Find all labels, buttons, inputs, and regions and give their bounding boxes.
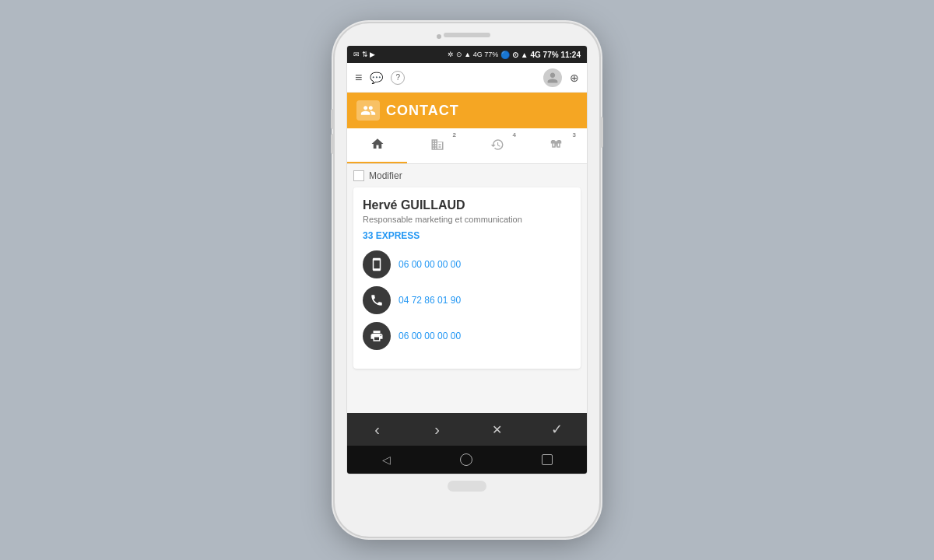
modifier-row: Modifier xyxy=(353,170,581,181)
phone-icon-circle[interactable] xyxy=(363,286,391,314)
bottom-action-bar: ‹ › ✕ ✓ xyxy=(347,413,587,446)
chat-icon[interactable]: 💬 xyxy=(370,72,383,84)
phone-screen: ✉ ⇅ ▶ ✲ ⊙ ▲ 4G 77% 🔵 ⊙ ▲ 4G 77% 11:24 ≡ … xyxy=(346,45,588,474)
modifier-checkbox[interactable] xyxy=(353,170,364,181)
phone-shell: ✉ ⇅ ▶ ✲ ⊙ ▲ 4G 77% 🔵 ⊙ ▲ 4G 77% 11:24 ≡ … xyxy=(335,23,599,537)
menu-icon[interactable]: ≡ xyxy=(355,71,362,85)
contact-phone-row-0: 06 00 00 00 00 xyxy=(363,250,571,278)
nav-recent-button[interactable] xyxy=(542,454,553,465)
handshake-icon xyxy=(550,138,564,155)
contact-job-title: Responsable marketing et communication xyxy=(363,215,571,224)
main-content: Modifier Hervé GUILLAUD Responsable mark… xyxy=(347,164,587,413)
contact-phone-row-2: 06 00 00 00 00 xyxy=(363,322,571,350)
app-bar-left: ≡ 💬 ? xyxy=(355,71,405,85)
avatar xyxy=(543,68,562,87)
status-bar-right: ✲ ⊙ ▲ 4G 77% 🔵 ⊙ ▲ 4G 77% 11:24 xyxy=(448,51,581,59)
status-bar: ✉ ⇅ ▶ ✲ ⊙ ▲ 4G 77% 🔵 ⊙ ▲ 4G 77% 11:24 xyxy=(347,46,587,63)
fax-icon-circle[interactable] xyxy=(363,322,391,350)
tab-bar: 2 4 3 xyxy=(347,128,587,164)
contact-header-icon xyxy=(356,100,380,121)
mobile-icon-circle[interactable] xyxy=(363,250,391,278)
add-user-icon[interactable]: ⊕ xyxy=(570,72,579,84)
back-button[interactable]: ‹ xyxy=(365,417,390,442)
contact-name: Hervé GUILLAUD xyxy=(363,198,571,212)
tab-history[interactable]: 4 xyxy=(467,128,527,163)
android-nav-bar: ◁ xyxy=(347,446,587,474)
contact-card: Hervé GUILLAUD Responsable marketing et … xyxy=(353,187,581,369)
power-button[interactable] xyxy=(600,117,603,148)
phone-number-0[interactable]: 06 00 00 00 00 xyxy=(399,259,461,270)
contact-last-name: GUILLAUD xyxy=(401,198,465,212)
tab-history-badge: 4 xyxy=(513,131,516,138)
phone-number-2[interactable]: 06 00 00 00 00 xyxy=(399,331,461,341)
status-icons: ✲ ⊙ ▲ 4G 77% xyxy=(448,51,498,58)
modifier-label: Modifier xyxy=(369,170,402,181)
contact-first-name: Hervé xyxy=(363,198,401,212)
app-bar: ≡ 💬 ? ⊕ xyxy=(347,63,587,93)
tab-home[interactable] xyxy=(347,128,407,163)
app-bar-right: ⊕ xyxy=(543,68,579,87)
notification-icons: ✉ ⇅ ▶ xyxy=(353,51,375,58)
contact-phone-row-1: 04 72 86 01 90 xyxy=(363,286,571,314)
phone-number-1[interactable]: 04 72 86 01 90 xyxy=(399,295,461,306)
nav-back-button[interactable]: ◁ xyxy=(382,453,391,466)
close-button[interactable]: ✕ xyxy=(485,417,510,442)
time: 🔵 ⊙ ▲ 4G 77% 11:24 xyxy=(500,51,581,59)
volume-up-button[interactable] xyxy=(331,109,334,129)
forward-button[interactable]: › xyxy=(425,417,450,442)
history-icon xyxy=(490,138,504,155)
home-icon xyxy=(370,137,384,154)
tab-handshake[interactable]: 3 xyxy=(527,128,587,163)
home-button[interactable] xyxy=(448,481,486,492)
help-icon[interactable]: ? xyxy=(391,71,405,85)
speaker xyxy=(444,33,490,37)
contact-header: CONTACT xyxy=(347,93,587,128)
tab-building[interactable]: 2 xyxy=(407,128,467,163)
confirm-button[interactable]: ✓ xyxy=(545,417,570,442)
tab-building-badge: 2 xyxy=(453,131,456,138)
camera xyxy=(437,34,441,39)
contact-company[interactable]: 33 EXPRESS xyxy=(363,230,571,241)
contact-header-title: CONTACT xyxy=(386,103,459,119)
nav-home-button[interactable] xyxy=(460,453,472,466)
status-bar-left: ✉ ⇅ ▶ xyxy=(353,51,375,58)
building-icon xyxy=(430,138,444,155)
tab-handshake-badge: 3 xyxy=(573,131,576,138)
volume-down-button[interactable] xyxy=(331,134,334,154)
